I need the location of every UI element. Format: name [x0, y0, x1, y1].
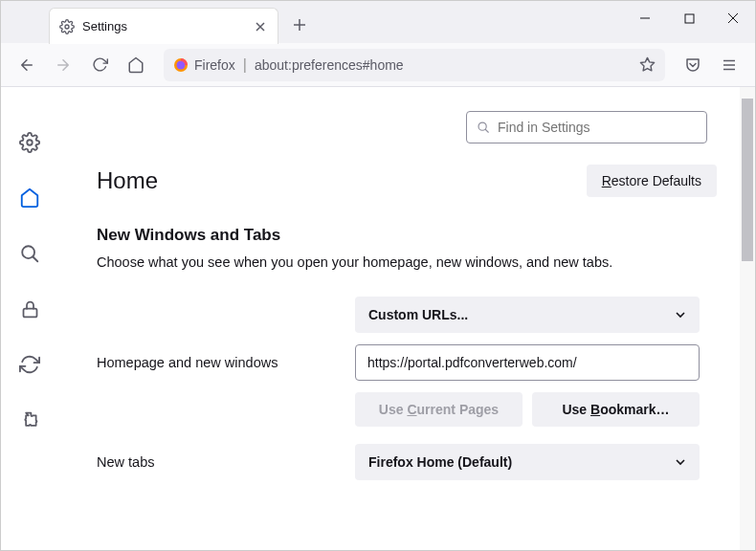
search-icon — [477, 121, 490, 134]
find-input[interactable] — [498, 120, 697, 135]
select-value: Custom URLs... — [368, 307, 468, 322]
select-value: Firefox Home (Default) — [368, 454, 512, 470]
scrollbar-track[interactable] — [740, 87, 755, 551]
maximize-button[interactable] — [667, 1, 711, 35]
content-area: Home Restore Defaults New Windows and Ta… — [1, 87, 755, 551]
url-separator: | — [243, 56, 247, 74]
sidebar-item-extensions[interactable] — [12, 403, 47, 437]
reload-button[interactable] — [83, 49, 116, 81]
gear-icon — [59, 19, 75, 34]
svg-rect-1 — [685, 14, 694, 23]
homepage-mode-select[interactable]: Custom URLs... — [355, 297, 700, 333]
section-description: Choose what you see when you open your h… — [97, 254, 717, 270]
use-bookmark-button[interactable]: Use Bookmark… — [532, 392, 700, 427]
toolbar: Firefox | about:preferences#home — [1, 43, 755, 87]
tab-title: Settings — [82, 19, 245, 33]
sidebar-item-privacy[interactable] — [12, 292, 47, 326]
use-current-pages-button: Use Current Pages — [355, 392, 523, 427]
window-close-button[interactable] — [711, 1, 755, 35]
scrollbar-thumb[interactable] — [742, 99, 753, 261]
identity-box[interactable]: Firefox — [173, 57, 235, 73]
homepage-label: Homepage and new windows — [97, 355, 355, 370]
section-heading: New Windows and Tabs — [97, 226, 717, 245]
newtabs-label: New tabs — [97, 454, 355, 470]
title-bar: Settings — [1, 1, 755, 43]
forward-button — [47, 49, 79, 81]
chevron-down-icon — [675, 456, 686, 468]
browser-tab[interactable]: Settings — [49, 8, 278, 44]
bookmark-star-icon[interactable] — [639, 56, 656, 73]
url-bar[interactable]: Firefox | about:preferences#home — [164, 49, 665, 81]
save-to-pocket-button[interactable] — [677, 49, 709, 81]
minimize-button[interactable] — [623, 1, 667, 35]
home-button[interactable] — [120, 49, 152, 81]
app-menu-button[interactable] — [713, 49, 745, 81]
chevron-down-icon — [675, 309, 686, 320]
window-controls — [623, 1, 755, 35]
find-in-settings[interactable] — [466, 111, 707, 143]
homepage-url-input[interactable] — [355, 344, 700, 381]
settings-main: Home Restore Defaults New Windows and Ta… — [58, 87, 755, 551]
new-tab-button[interactable] — [284, 10, 315, 40]
sidebar-item-sync[interactable] — [12, 347, 47, 382]
svg-marker-4 — [640, 57, 654, 70]
identity-label: Firefox — [194, 57, 235, 73]
firefox-icon — [173, 57, 189, 73]
svg-rect-7 — [23, 308, 36, 317]
svg-point-5 — [27, 140, 33, 145]
sidebar-item-search[interactable] — [12, 236, 47, 271]
url-text: about:preferences#home — [255, 57, 632, 73]
close-icon[interactable] — [253, 19, 268, 34]
sidebar-item-general[interactable] — [12, 125, 47, 160]
newtabs-mode-select[interactable]: Firefox Home (Default) — [355, 444, 700, 480]
sidebar-item-home[interactable] — [12, 181, 47, 215]
settings-sidebar — [1, 87, 58, 551]
svg-point-0 — [65, 25, 69, 29]
back-button[interactable] — [11, 49, 43, 81]
restore-defaults-button[interactable]: Restore Defaults — [587, 165, 717, 197]
page-title: Home — [97, 167, 158, 194]
